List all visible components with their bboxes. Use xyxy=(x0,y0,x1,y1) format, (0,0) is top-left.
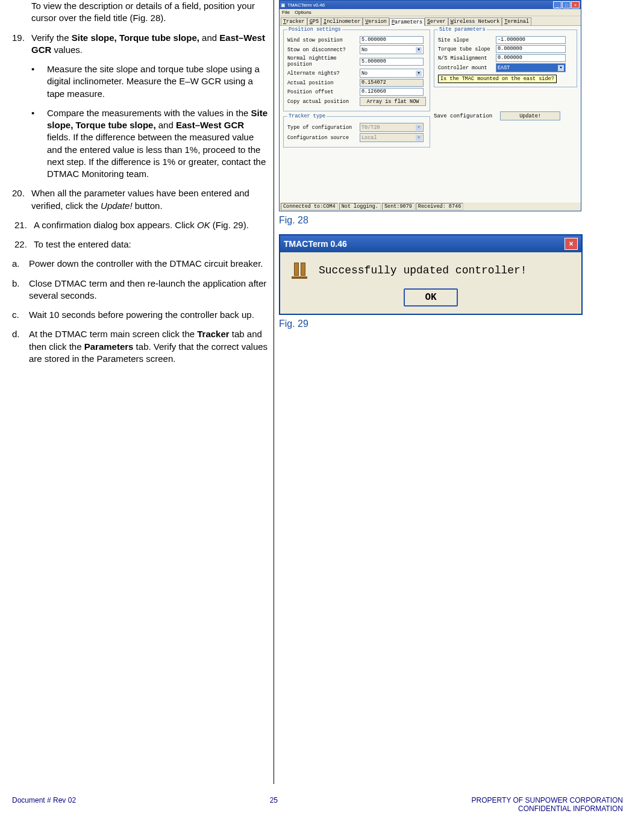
tab-version[interactable]: Version xyxy=(363,17,389,25)
group-site-parameters: Site parameters Site slope-1.000000Torqu… xyxy=(434,30,577,87)
footer-page-number: 25 xyxy=(270,796,278,813)
tab-terminal[interactable]: Terminal xyxy=(502,17,531,25)
label-save-config: Save configuration xyxy=(434,113,500,119)
page-footer: Document # Rev 02 25 PROPERTY OF SUNPOWE… xyxy=(12,796,623,819)
text-column: To view the description or details of a … xyxy=(12,0,274,784)
group-position-settings: Position settings Wind stow position5.00… xyxy=(283,30,430,111)
fig28-caption: Fig. 28 xyxy=(279,215,623,226)
legend-tracker-type: Tracker type xyxy=(287,113,327,119)
field-torque-tube-slope[interactable]: 0.000000 xyxy=(496,45,566,53)
tab-parameters[interactable]: Parameters xyxy=(389,18,425,26)
field-type-of-configuration: T0/T20▼ xyxy=(360,123,424,132)
field-wind-stow-position[interactable]: 5.000000 xyxy=(360,36,424,44)
status-cell: Received: 8746 xyxy=(416,203,463,210)
titlebar: ▣ TMACTerm v0.46 _ □ × xyxy=(280,1,581,9)
tab-tracker[interactable]: Tracker xyxy=(281,17,307,25)
field-position-offset[interactable]: 0.126060 xyxy=(360,88,424,96)
field-actual-position: 0.154072 xyxy=(360,79,424,87)
statusbar: Connected to:COM4Not logging.Sent:9079Re… xyxy=(280,202,581,211)
step-22: 22. To test the entered data: xyxy=(12,238,269,250)
close-button[interactable]: × xyxy=(571,1,580,8)
menu-file[interactable]: File xyxy=(282,10,290,15)
menubar: File Options xyxy=(280,9,581,16)
label: Stow on disconnect? xyxy=(287,47,360,53)
label-copy-actual: Copy actual position xyxy=(287,99,360,105)
tab-wireless-network[interactable]: Wireless Network xyxy=(448,17,502,25)
app-icon: ▣ xyxy=(281,2,286,8)
intro-paragraph: To view the description or details of a … xyxy=(31,0,269,25)
field-configuration-source: Local▼ xyxy=(360,133,424,142)
step-22-a: a. Power down the controller with the DT… xyxy=(12,258,269,270)
array-flat-button[interactable]: Array is flat NOW xyxy=(360,97,426,106)
app-window-fig28: ▣ TMACTerm v0.46 _ □ × File Options Trac… xyxy=(279,0,581,211)
step-22-c: c. Wait 10 seconds before powering the c… xyxy=(12,309,269,321)
maximize-button[interactable]: □ xyxy=(562,1,571,8)
figure-column: ▣ TMACTerm v0.46 _ □ × File Options Trac… xyxy=(274,0,623,784)
bullet-measure: • Measure the site slope and torque tube… xyxy=(31,63,269,100)
fig29-caption: Fig. 29 xyxy=(279,319,623,329)
field-n-s-misalignment[interactable]: 0.000000 xyxy=(496,54,566,62)
tab-gps[interactable]: GPS xyxy=(307,17,321,25)
field-site-slope[interactable]: -1.000000 xyxy=(496,36,566,44)
update-button[interactable]: Update! xyxy=(500,111,560,120)
step-21: 21. A confirmation dialog box appears. C… xyxy=(12,219,269,231)
field-alternate-nights-[interactable]: No▼ xyxy=(360,69,424,78)
step-19: 19. Verify the Site slope, Torque tube s… xyxy=(12,32,269,57)
dialog-title: TMACTerm 0.46 xyxy=(284,239,347,249)
field-controller-mount[interactable]: EAST▼ xyxy=(496,63,566,72)
dialog-info-icon xyxy=(290,261,309,280)
tab-server[interactable]: Server xyxy=(425,17,448,25)
footer-doc-rev: Document # Rev 02 xyxy=(12,796,76,813)
field-stow-on-disconnect-[interactable]: No▼ xyxy=(360,45,424,54)
step-22-b: b. Close DTMAC term and then re-launch t… xyxy=(12,278,269,302)
dialog-fig29: TMACTerm 0.46 × Successfully updated con… xyxy=(279,234,583,315)
legend-site-params: Site parameters xyxy=(438,26,487,33)
menu-options[interactable]: Options xyxy=(295,10,311,15)
label: Normal nighttime position xyxy=(287,55,360,67)
field-normal-nighttime-position[interactable]: 5.000000 xyxy=(360,58,424,66)
footer-property: PROPERTY OF SUNPOWER CORPORATION xyxy=(472,796,623,804)
footer-confidential: CONFIDENTIAL INFORMATION xyxy=(472,804,623,813)
label: Position offset xyxy=(287,89,360,95)
tab-inclinometer[interactable]: Inclinometer xyxy=(321,17,363,25)
status-cell: Connected to:COM4 xyxy=(281,203,338,210)
step-20: 20. When all the parameter values have b… xyxy=(12,187,269,212)
label: Wind stow position xyxy=(287,37,360,43)
dialog-close-button[interactable]: × xyxy=(565,238,578,250)
dialog-ok-button[interactable]: OK xyxy=(404,288,458,306)
step-22-d: d. At the DTMAC term main screen click t… xyxy=(12,328,269,365)
tabbar: TrackerGPSInclinometerVersionParametersS… xyxy=(280,16,581,26)
minimize-button[interactable]: _ xyxy=(553,1,561,8)
legend-position: Position settings xyxy=(287,26,342,33)
window-title: TMACTerm v0.46 xyxy=(287,2,325,8)
tooltip-controller-mount: Is the TMAC mounted on the east side? xyxy=(438,75,557,83)
bullet-compare: • Compare the measurements with the valu… xyxy=(31,107,269,181)
dialog-message: Successfully updated controller! xyxy=(319,264,527,276)
dialog-titlebar: TMACTerm 0.46 × xyxy=(280,235,581,252)
group-tracker-type: Tracker type Type of configurationT0/T20… xyxy=(283,116,430,148)
status-cell: Not logging. xyxy=(339,203,381,210)
label: Actual position xyxy=(287,80,360,86)
status-cell: Sent:9079 xyxy=(382,203,414,210)
label: Alternate nights? xyxy=(287,70,360,76)
